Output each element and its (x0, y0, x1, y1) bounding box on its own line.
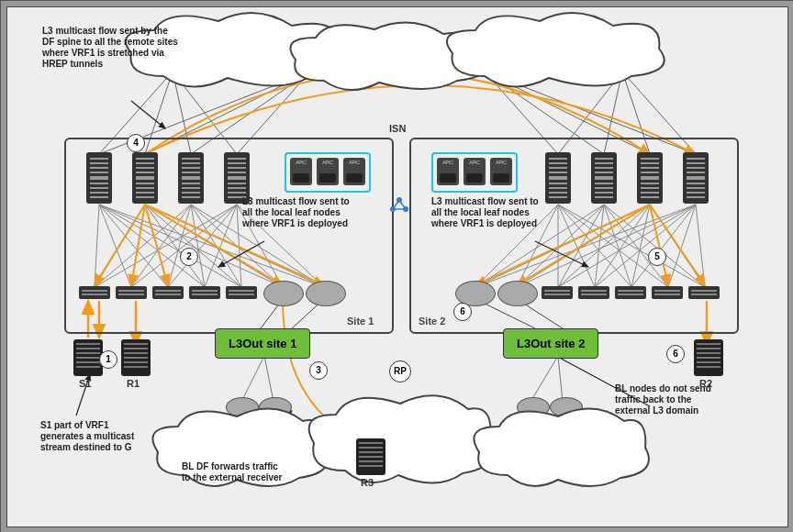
annotation-1: S1 part of VRF1 generates a multicast st… (40, 420, 151, 453)
step-6a: 6 (453, 303, 472, 321)
leaf-switch-icon (226, 286, 257, 299)
step-5: 5 (648, 248, 666, 266)
r1-label: R1 (127, 378, 140, 389)
spine-switch-icon (637, 152, 663, 204)
step-1: 1 (99, 350, 117, 369)
annotation-2a: L3 multicast flow sent to all the local … (242, 196, 352, 229)
spine-switch-icon (591, 152, 617, 204)
apic-cluster-site1: APIC APIC APIC (285, 152, 371, 193)
s1-label: S1 (79, 378, 91, 389)
border-leaf-router-icon (263, 281, 304, 306)
server-icon (121, 339, 151, 376)
cloud-external-mid (301, 393, 494, 498)
spine-switch-icon (132, 152, 158, 204)
spine-switch-icon (545, 152, 571, 204)
svg-line-93 (131, 101, 165, 128)
apic-icon: APIC (317, 158, 339, 185)
site2-label: Site 2 (419, 316, 445, 327)
cloud-external-right (466, 406, 650, 498)
step-4: 4 (127, 134, 145, 152)
step-6b: 6 (666, 345, 685, 363)
border-leaf-router-icon (306, 281, 346, 306)
step-2: 2 (180, 248, 198, 266)
svg-line-91 (531, 356, 558, 402)
annotation-6: BL nodes do not send traffic back to the… (615, 383, 725, 416)
leaf-switch-icon (578, 286, 609, 299)
apic-icon: APIC (290, 158, 312, 185)
rp-label: RP (389, 360, 411, 382)
l3out-site1-box: L3Out site 1 (215, 328, 310, 359)
leaf-switch-icon (189, 286, 220, 299)
leaf-switch-icon (79, 286, 110, 299)
apic-icon: APIC (343, 158, 365, 185)
svg-line-92 (558, 356, 563, 402)
svg-line-89 (241, 356, 264, 402)
svg-line-90 (264, 356, 274, 402)
server-icon (356, 438, 385, 475)
step-3: 3 (309, 361, 328, 380)
leaf-switch-icon (615, 286, 646, 299)
leaf-switch-icon (152, 286, 184, 299)
leaf-switch-icon (542, 286, 573, 299)
l3out-site2-box: L3Out site 2 (503, 328, 598, 359)
apic-cluster-site2: APIC APIC APIC (431, 152, 518, 193)
site1-label: Site 1 (347, 316, 374, 327)
leaf-switch-icon (116, 286, 147, 299)
apic-icon: APIC (437, 158, 459, 185)
diagram-canvas: ISN Site 1 Site 2 APIC APIC APIC APIC AP… (0, 0, 793, 532)
apic-icon: APIC (490, 158, 512, 185)
multisite-controller-icon (385, 191, 413, 218)
spine-switch-icon (86, 152, 112, 204)
annotation-4: L3 multicast flow sent by the DF spine t… (42, 26, 180, 70)
border-leaf-router-icon (497, 281, 538, 306)
annotation-2b: L3 multicast flow sent to all the local … (431, 196, 542, 229)
apic-icon: APIC (464, 158, 486, 185)
isn-label: ISN (389, 123, 406, 134)
r3-label: R3 (361, 477, 374, 488)
leaf-switch-icon (688, 286, 720, 299)
spine-switch-icon (683, 152, 709, 204)
server-icon (694, 339, 723, 376)
cloud-isn-right (439, 12, 677, 99)
leaf-switch-icon (652, 286, 683, 299)
spine-switch-icon (178, 152, 204, 204)
annotation-3: BL DF forwards traffic to the external r… (182, 461, 283, 483)
